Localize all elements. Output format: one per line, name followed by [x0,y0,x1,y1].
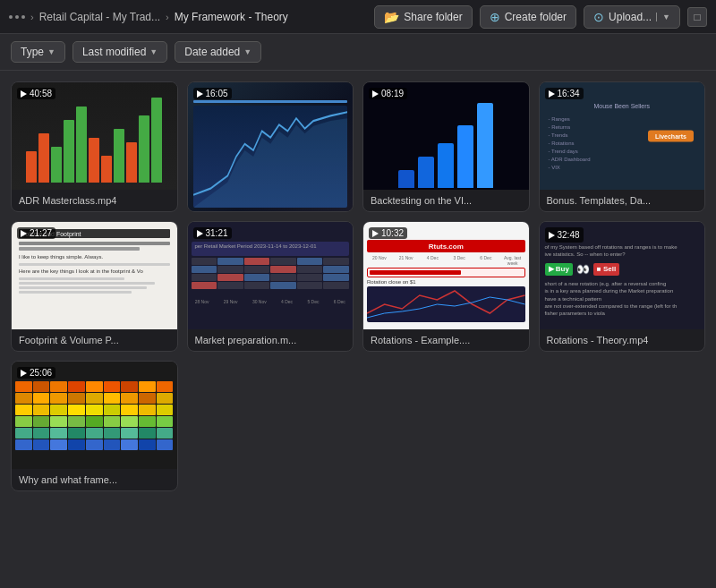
thumb-backtesting-vi: 08:19 [363,82,529,190]
video-card-why-frame[interactable]: 25:06 [11,361,178,491]
title-rotations-example: Rotations - Example.... [363,329,529,351]
duration-rotations-theory: 32:48 [545,227,584,243]
window-dots [9,15,25,19]
top-bar-actions: 📂 Share folder ⊕ Create folder ⊙ Upload.… [374,5,707,29]
duration-why-frame: 25:06 [17,367,55,379]
title-footprint: Footprint & Volume P... [12,329,177,351]
last-modified-filter-label: Last modified [82,46,146,58]
dot1 [9,15,13,19]
share-folder-button[interactable]: 📂 Share folder [374,5,472,29]
duration-market-prep: 31:21 [193,227,232,239]
create-icon: ⊕ [490,10,500,24]
duration-rotations-example: 10:32 [369,227,407,239]
last-modified-filter-chevron: ▼ [149,47,158,56]
thumb-why-frame: 25:06 [12,362,177,469]
title-backtesting-long: Backtesting of a long-... [188,211,354,212]
title-rotations-theory: Rotations - Theory.mp4 [540,329,705,351]
thumb-bonus: 16:34 Mouse Been Sellers - Ranges - Retu… [540,82,705,190]
top-bar: › Retail Capital - My Trad... › My Frame… [0,0,716,34]
video-card-backtesting-vi[interactable]: 08:19 Backtesting on the VI... [362,81,530,212]
svg-marker-0 [193,118,348,208]
breadcrumb-theory: My Framework - Theory [175,11,288,23]
video-card-rotations-example[interactable]: 10:32 Rtuts.com 20 Nov 21 Nov 4 Dec 3 De… [362,221,530,352]
date-added-filter-button[interactable]: Date added ▼ [175,41,261,63]
thumb-backtesting-long: 16:05 [188,82,354,211]
title-adr: ADR Masterclass.mp4 [12,190,177,211]
create-folder-button[interactable]: ⊕ Create folder [480,5,576,29]
video-card-bonus[interactable]: 16:34 Mouse Been Sellers - Ranges - Retu… [539,81,706,212]
create-folder-label: Create folder [505,11,567,23]
title-bonus: Bonus. Templates, Da... [540,190,705,211]
upload-label: Upload... [609,11,652,23]
breadcrumb-retail[interactable]: Retail Capital - My Trad... [39,11,160,23]
video-card-footprint[interactable]: 21:27 Volume and Footprint I like to kee… [11,221,178,352]
video-card-backtesting-long[interactable]: 16:05 Backtesting of a long-... [187,81,354,212]
dot2 [15,15,19,19]
duration-adr: 40:58 [17,88,55,99]
breadcrumb-sep2: › [166,12,169,22]
thumb-footprint: 21:27 Volume and Footprint I like to kee… [12,222,177,329]
duration-footprint: 21:27 [17,227,55,239]
thumb-rotations-example: 10:32 Rtuts.com 20 Nov 21 Nov 4 Dec 3 De… [363,222,529,329]
title-backtesting-vi: Backtesting on the VI... [363,190,529,211]
title-market-prep: Market preparation.m... [188,329,354,351]
upload-icon: ⊙ [593,10,604,24]
type-filter-chevron: ▼ [47,47,55,56]
last-modified-filter-button[interactable]: Last modified ▼ [72,41,167,63]
breadcrumb-sep1: › [30,12,34,22]
date-added-filter-chevron: ▼ [243,47,251,56]
date-added-filter-label: Date added [184,46,240,58]
thumb-adr: 40:58 [12,82,177,190]
upload-dropdown-icon[interactable]: ▼ [656,13,670,21]
upload-button[interactable]: ⊙ Upload... ▼ [584,5,680,29]
type-filter-button[interactable]: Type ▼ [11,41,65,63]
video-grid: 40:58 ADR Masterclass.mp4 [0,71,716,502]
dot3 [21,15,25,19]
video-card-adr[interactable]: 40:58 ADR Masterclass.mp4 [11,81,178,212]
window-control[interactable]: □ [687,7,707,27]
thumb-market-prep: 31:21 per Retail Market Period 2023-11-1… [188,222,354,329]
duration-backtesting-vi: 08:19 [369,88,407,99]
video-card-market-prep[interactable]: 31:21 per Retail Market Period 2023-11-1… [187,221,354,352]
duration-bonus: 16:34 [545,88,584,99]
share-icon: 📂 [384,10,399,24]
thumb-rotations-theory: 32:48 of my System based off rotations a… [540,222,705,329]
type-filter-label: Type [21,46,44,58]
title-why-frame: Why and what frame... [12,469,177,490]
share-folder-label: Share folder [404,11,462,23]
video-card-rotations-theory[interactable]: 32:48 of my System based off rotations a… [539,221,706,352]
filter-bar: Type ▼ Last modified ▼ Date added ▼ [0,34,716,71]
